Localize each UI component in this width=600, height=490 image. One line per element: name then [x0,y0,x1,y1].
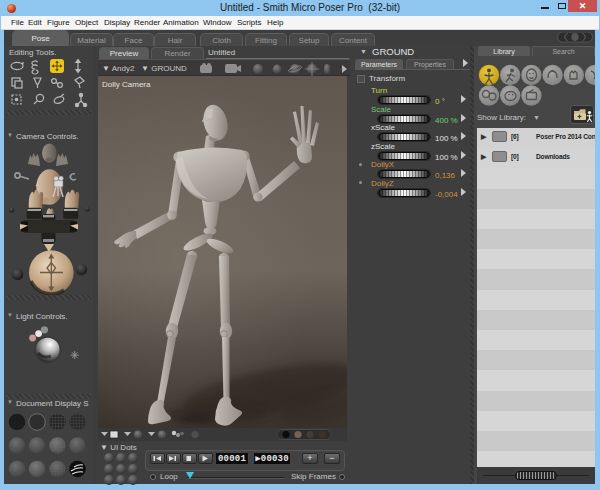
svg-text:Dolly Camera: Dolly Camera [102,80,151,89]
